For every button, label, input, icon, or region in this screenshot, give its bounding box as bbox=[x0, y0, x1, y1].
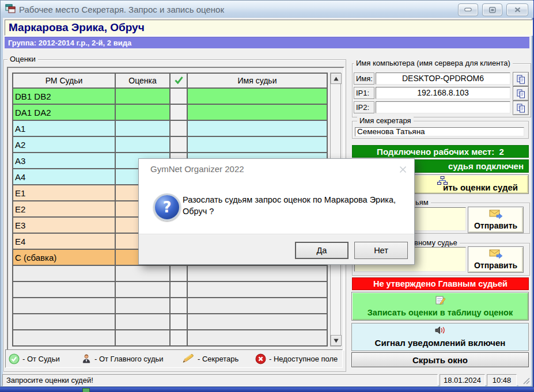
secretary-groupbox: Имя секретаря Семенова Татьяна bbox=[352, 121, 529, 139]
cell-judge-rm bbox=[13, 298, 115, 314]
cell-judge-rm bbox=[13, 281, 115, 298]
legend-label: - Секретарь bbox=[198, 355, 238, 363]
dialog-yes-button[interactable]: Да bbox=[295, 242, 349, 259]
cell-judge-name[interactable] bbox=[187, 120, 327, 136]
titlebar[interactable]: Рабочее место Секретаря. Запрос и запись… bbox=[1, 1, 533, 18]
cell-judge-name[interactable] bbox=[187, 330, 327, 346]
cell-score[interactable] bbox=[115, 104, 170, 120]
table-row bbox=[13, 330, 327, 346]
cell-judge-rm: A3 bbox=[13, 153, 115, 169]
network-field-value[interactable] bbox=[376, 101, 510, 113]
envelope-send-icon bbox=[489, 249, 503, 261]
cell-score[interactable] bbox=[115, 281, 170, 298]
arrow-down-icon bbox=[334, 338, 339, 343]
cell-judge-name[interactable] bbox=[187, 265, 327, 281]
taskbar-strip bbox=[0, 387, 534, 392]
send-to-main-judge-label: вному судье bbox=[412, 239, 460, 247]
cell-check[interactable] bbox=[170, 88, 187, 104]
cell-score[interactable] bbox=[115, 136, 170, 153]
cell-judge-name[interactable] bbox=[187, 314, 327, 330]
network-field-value[interactable]: 192.168.8.103 bbox=[376, 87, 510, 99]
cell-score[interactable] bbox=[115, 265, 170, 281]
computer-name-groupbox-label: Имя компьютера (имя сервера для клиента) bbox=[354, 59, 513, 67]
hide-window-button[interactable]: Скрыть окно bbox=[351, 352, 529, 367]
cell-judge-name[interactable] bbox=[187, 88, 327, 104]
minimize-button[interactable] bbox=[458, 3, 478, 16]
cell-score[interactable] bbox=[115, 314, 170, 330]
cell-score[interactable] bbox=[115, 330, 170, 346]
cell-check[interactable] bbox=[170, 265, 187, 281]
cell-check[interactable] bbox=[170, 330, 187, 346]
copy-icon bbox=[517, 89, 525, 98]
cell-check[interactable] bbox=[170, 120, 187, 136]
cell-judge-rm: A4 bbox=[13, 169, 115, 185]
cell-score[interactable] bbox=[115, 88, 170, 104]
copy-icon bbox=[517, 104, 525, 113]
cell-score[interactable] bbox=[115, 298, 170, 314]
maximize-icon bbox=[489, 7, 496, 13]
secretary-name-input[interactable]: Семенова Татьяна bbox=[355, 127, 524, 136]
column-header-rm: РМ Судьи bbox=[13, 73, 115, 88]
cell-check[interactable] bbox=[170, 314, 187, 330]
cell-judge-name[interactable] bbox=[187, 136, 327, 153]
cell-score[interactable] bbox=[115, 120, 170, 136]
cell-judge-rm: DA1 DA2 bbox=[13, 104, 115, 120]
legend-label: - От Судьи bbox=[22, 355, 60, 363]
cell-judge-rm: C (сбавка) bbox=[13, 249, 115, 265]
cell-judge-rm bbox=[13, 265, 115, 281]
cell-check[interactable] bbox=[170, 136, 187, 153]
resize-grip[interactable] bbox=[518, 374, 531, 386]
cell-check[interactable] bbox=[170, 104, 187, 120]
copy-button[interactable] bbox=[513, 72, 529, 86]
table-row bbox=[13, 298, 327, 314]
connected-workplaces-bar: Подключено рабочих мест: 2 bbox=[352, 145, 529, 158]
minimize-icon bbox=[464, 7, 472, 12]
notification-signal-toggle[interactable]: Сигнал уведомлений включен bbox=[351, 323, 529, 351]
maximize-button[interactable] bbox=[482, 3, 502, 16]
statusbar-time: 10:48 bbox=[487, 374, 517, 386]
pencil-icon bbox=[181, 353, 195, 364]
table-row bbox=[13, 281, 327, 298]
computer-name-groupbox: Имя компьютера (имя сервера для клиента)… bbox=[352, 63, 531, 117]
window-title: Рабочее место Секретаря. Запрос и запись… bbox=[19, 5, 224, 14]
send-to-main-judge-button[interactable]: Отправить bbox=[468, 246, 524, 273]
cross-circle-icon bbox=[255, 353, 266, 364]
table-row bbox=[13, 265, 327, 281]
app-form-icon bbox=[5, 4, 16, 13]
cell-check[interactable] bbox=[170, 281, 187, 298]
cell-judge-name[interactable] bbox=[187, 281, 327, 298]
network-field-value[interactable]: DESKTOP-QPDROM6 bbox=[376, 73, 510, 85]
cell-judge-name[interactable] bbox=[187, 104, 327, 120]
table-row: DA1 DA2 bbox=[13, 104, 327, 120]
copy-button[interactable] bbox=[513, 86, 529, 101]
statusbar-date: 18.01.2024 bbox=[440, 374, 485, 386]
cell-judge-rm bbox=[13, 314, 115, 330]
dialog-title: GymNet Organizer 2022 bbox=[150, 164, 244, 174]
network-field-label: IP1: bbox=[354, 87, 374, 99]
close-button[interactable] bbox=[506, 3, 528, 16]
group-info-bar: Группа: 2012-2014 г.р., 2-й, 2 вида bbox=[5, 37, 529, 48]
legend-item: - Недоступное поле bbox=[255, 350, 338, 367]
network-field-label: Имя: bbox=[354, 73, 374, 85]
athlete-name-banner: Маркарова Эрика, Обруч bbox=[5, 20, 533, 36]
person-icon bbox=[81, 353, 92, 364]
scores-groupbox-label: Оценки bbox=[7, 55, 38, 63]
dialog-close-icon bbox=[399, 166, 407, 173]
legend-item: - От Главного судьи bbox=[81, 350, 164, 367]
dialog-close-button[interactable] bbox=[398, 165, 407, 174]
secretary-groupbox-label: Имя секретаря bbox=[357, 117, 414, 125]
copy-button[interactable] bbox=[513, 101, 529, 115]
table-row: A2 bbox=[13, 136, 327, 153]
send-to-judges-button[interactable]: Отправить bbox=[468, 207, 524, 233]
send-button-label: Отправить bbox=[474, 261, 517, 270]
scroll-up-button[interactable] bbox=[331, 73, 342, 84]
write-scores-button[interactable]: Записать оценки в таблицу оценок bbox=[351, 292, 529, 321]
envelope-send-icon bbox=[489, 210, 503, 221]
cell-judge-rm: DB1 DB2 bbox=[13, 88, 115, 104]
dialog-no-button[interactable]: Нет bbox=[354, 242, 408, 259]
table-row: A1 bbox=[13, 120, 327, 136]
scroll-down-button[interactable] bbox=[331, 335, 342, 346]
question-icon: ? bbox=[153, 193, 181, 221]
cell-check[interactable] bbox=[170, 298, 187, 314]
cell-judge-name[interactable] bbox=[187, 298, 327, 314]
